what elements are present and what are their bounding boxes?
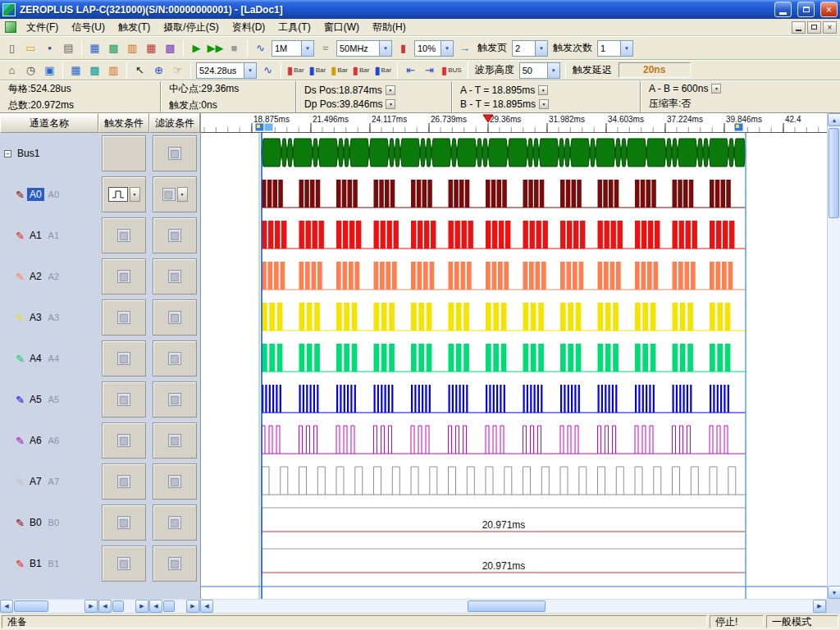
grid-view-1-button[interactable]: ▦ — [66, 62, 85, 79]
trigger-condition-cell[interactable]: ▨ — [102, 258, 146, 294]
channel-row-A5[interactable]: ✎A5A5 — [0, 379, 98, 420]
names-scroll-right-button[interactable]: ▶ — [84, 600, 98, 613]
menu-item-0[interactable]: 文件(F) — [20, 19, 65, 36]
filter-condition-cell[interactable]: ▨ — [153, 135, 197, 171]
channel-row-A7[interactable]: ✎A7A7 — [0, 461, 98, 502]
memory-depth-combo[interactable]: 1M▼ — [272, 40, 314, 57]
close-button[interactable]: × — [820, 2, 838, 17]
sample-rate-combo[interactable]: 50MHz▼ — [336, 40, 392, 57]
filter-condition-cell[interactable]: ▨▼ — [153, 176, 197, 212]
channel-row-A2[interactable]: ✎A2A2 — [0, 256, 98, 297]
trigger-condition-cell[interactable]: ▨ — [102, 299, 146, 336]
combo-arrow-icon[interactable]: ▼ — [244, 63, 256, 78]
trigger-dropdown-arrow[interactable]: ▼ — [130, 187, 140, 202]
channel-row-A0[interactable]: ✎A0A0 — [0, 174, 98, 215]
filter-condition-cell[interactable]: ▨ — [153, 422, 197, 459]
trigger-condition-cell[interactable]: ▨ — [102, 463, 146, 500]
wave-height-combo[interactable]: 50▼ — [519, 62, 560, 79]
analysis-settings-button[interactable]: ▦ — [142, 39, 161, 57]
channel-name[interactable]: A1 — [27, 229, 44, 242]
memory-settings-button[interactable]: ▩ — [161, 39, 180, 57]
names-scroll-thumb[interactable] — [14, 600, 48, 612]
screenshot-button[interactable]: ▣ — [40, 62, 59, 79]
waveform-area[interactable]: 18.875ms21.496ms24.117ms26.739ms29.36ms3… — [200, 113, 827, 599]
waveform-scroll-thumb[interactable] — [468, 600, 546, 612]
filter-dropdown-arrow[interactable]: ▼ — [177, 187, 188, 202]
trigger-condition-cell[interactable]: ▨ — [102, 381, 146, 418]
filter-scrollbar[interactable]: ◀ ▶ — [149, 599, 200, 614]
combo-arrow-icon[interactable]: ▼ — [547, 63, 559, 78]
zoom-tool-button[interactable]: ⊕ — [149, 62, 168, 79]
channel-name[interactable]: Bus1 — [15, 147, 42, 160]
prev-edge-button[interactable]: ⇤ — [401, 62, 420, 79]
waveform-scrollbar[interactable]: ◀ ▶ — [200, 599, 827, 614]
trigger-scroll-left-button[interactable]: ◀ — [98, 600, 112, 613]
minimize-button[interactable] — [774, 2, 792, 17]
filter-condition-cell[interactable]: ▨ — [153, 217, 197, 253]
time-ruler[interactable]: 18.875ms21.496ms24.117ms26.739ms29.36ms3… — [201, 113, 827, 133]
a-t-dropdown[interactable]: ▼ — [538, 85, 548, 95]
filter-condition-cell[interactable]: ▨ — [153, 504, 197, 541]
trigger-condition-cell[interactable]: ▨ — [102, 504, 146, 541]
trigger-condition-cell[interactable]: ▨ — [102, 340, 146, 377]
next-edge-button[interactable]: ⇥ — [420, 62, 439, 79]
filter-scroll-left-button[interactable]: ◀ — [149, 600, 162, 613]
compression-button[interactable]: ≈ — [316, 39, 335, 57]
signal-settings-button[interactable]: ▩ — [104, 39, 123, 57]
vertical-scroll-thumb[interactable] — [829, 128, 839, 218]
combo-arrow-icon[interactable]: ▼ — [441, 41, 453, 56]
menu-item-6[interactable]: 窗口(W) — [317, 19, 366, 36]
combo-arrow-icon[interactable]: ▼ — [535, 41, 547, 56]
combo-arrow-icon[interactable]: ▼ — [301, 41, 313, 56]
time-per-div-combo[interactable]: 524.28us▼ — [196, 62, 257, 79]
trigger-scrollbar[interactable]: ◀ ▶ — [98, 599, 149, 614]
select-cursor-button[interactable]: ↖ — [130, 62, 149, 79]
menu-item-1[interactable]: 信号(U) — [65, 19, 112, 36]
trigger-ratio-combo[interactable]: 10%▼ — [414, 40, 454, 57]
filter-condition-cell[interactable]: ▨ — [153, 381, 197, 418]
mdi-close-button[interactable]: × — [823, 21, 837, 34]
channel-row-A1[interactable]: ✎A1A1 — [0, 215, 98, 256]
channel-name[interactable]: B0 — [27, 516, 44, 529]
repeat-run-button[interactable]: ▶▶ — [206, 39, 225, 57]
collapse-icon[interactable]: − — [4, 150, 11, 158]
a-bar-button[interactable]: ▮Bar — [285, 62, 307, 79]
menu-item-2[interactable]: 触发(T) — [112, 19, 157, 36]
channel-name[interactable]: A4 — [27, 352, 44, 365]
combo-arrow-icon[interactable]: ▼ — [379, 41, 391, 56]
trigger-bar-button[interactable]: ▮ — [394, 39, 413, 57]
mdi-minimize-button[interactable] — [792, 21, 806, 34]
filter-condition-cell[interactable]: ▨ — [153, 463, 197, 500]
trigger-condition-cell[interactable]: ▨ — [102, 422, 146, 459]
restore-button[interactable] — [797, 2, 815, 17]
channel-name[interactable]: A0 — [27, 188, 44, 201]
ds-pos-dropdown[interactable]: ▼ — [386, 85, 395, 95]
trigger-condition-cell[interactable]: ▨ — [102, 546, 146, 582]
trigger-condition-cell[interactable] — [102, 135, 146, 171]
acquisition-time-button[interactable]: ◷ — [21, 62, 40, 79]
channel-name[interactable]: A3 — [27, 311, 44, 324]
channel-row-B0[interactable]: ✎B0B0 — [0, 502, 98, 543]
ds-bar-button[interactable]: ▮Bar — [350, 62, 372, 79]
b-t-dropdown[interactable]: ▼ — [539, 99, 549, 109]
hand-tool-button[interactable]: ☞ — [168, 62, 187, 79]
grid-view-3-button[interactable]: ▥ — [104, 62, 123, 79]
vertical-scrollbar[interactable]: ▲ ▼ — [827, 113, 840, 599]
bus-settings-button[interactable]: ▦ — [85, 39, 104, 57]
mdi-restore-button[interactable] — [807, 21, 821, 34]
stop-button[interactable]: ■ — [225, 39, 244, 57]
home-button[interactable]: ⌂ — [2, 62, 21, 79]
channel-row-Bus1[interactable]: −Bus1 — [0, 133, 98, 174]
print-button[interactable]: ▤ — [59, 39, 78, 57]
group-settings-button[interactable]: ▥ — [123, 39, 142, 57]
dp-bar-button[interactable]: ▮Bar — [372, 62, 394, 79]
waveform-scroll-right-button[interactable]: ▶ — [813, 600, 826, 613]
bus-view-button[interactable]: ▮BUS — [439, 62, 464, 79]
trigger-count-combo[interactable]: 1▼ — [597, 40, 633, 57]
goto-trigger-button[interactable]: → — [455, 39, 474, 57]
channel-row-A4[interactable]: ✎A4A4 — [0, 338, 98, 379]
menu-item-5[interactable]: 工具(T) — [272, 19, 317, 36]
names-scrollbar[interactable]: ◀ ▶ — [0, 599, 98, 614]
filter-condition-cell[interactable]: ▨ — [153, 340, 197, 377]
run-button[interactable]: ▶ — [187, 39, 206, 57]
